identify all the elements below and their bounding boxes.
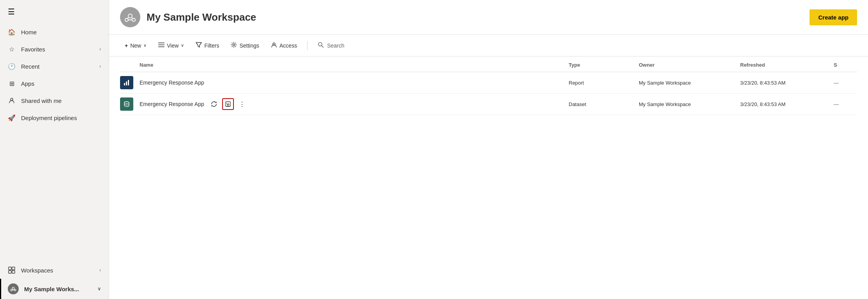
hamburger-menu[interactable]: ☰ bbox=[0, 0, 109, 23]
filters-button[interactable]: Filters bbox=[191, 39, 224, 52]
chevron-down-icon: ∨ bbox=[143, 43, 147, 48]
chevron-right-icon: › bbox=[99, 64, 101, 69]
svg-rect-1 bbox=[9, 267, 11, 270]
shared-icon bbox=[8, 97, 16, 104]
svg-line-16 bbox=[132, 18, 134, 19]
sidebar-item-workspaces[interactable]: Workspaces › bbox=[0, 262, 109, 279]
item-name-text: Emergency Response App bbox=[140, 80, 204, 86]
settings-icon bbox=[231, 42, 237, 49]
workspace-avatar bbox=[8, 283, 19, 294]
svg-rect-24 bbox=[124, 83, 125, 85]
sidebar-item-deployment-pipelines[interactable]: 🚀 Deployment pipelines bbox=[0, 109, 109, 126]
svg-point-20 bbox=[233, 44, 235, 46]
svg-rect-4 bbox=[12, 271, 15, 273]
svg-line-23 bbox=[322, 46, 324, 48]
main-content: My Sample Workspace Create app + New ∨ V… bbox=[109, 0, 868, 299]
row-name-cell: Emergency Response App bbox=[140, 98, 569, 110]
refresh-button[interactable] bbox=[208, 98, 220, 110]
sidebar-item-label: Shared with me bbox=[21, 97, 62, 104]
view-button[interactable]: View ∨ bbox=[154, 39, 189, 52]
sidebar: ☰ 🏠 Home ☆ Favorites › 🕐 Recent › ⊞ Apps bbox=[0, 0, 109, 299]
sidebar-item-home[interactable]: 🏠 Home bbox=[0, 23, 109, 41]
col-refreshed-header: Refreshed bbox=[740, 62, 834, 68]
row-icon-cell bbox=[120, 97, 140, 111]
svg-line-15 bbox=[127, 18, 129, 19]
hamburger-icon: ☰ bbox=[8, 7, 15, 16]
svg-point-5 bbox=[12, 287, 14, 290]
sidebar-item-label: Deployment pipelines bbox=[21, 115, 77, 121]
access-label: Access bbox=[279, 42, 297, 49]
svg-point-27 bbox=[124, 102, 129, 104]
sidebar-nav: 🏠 Home ☆ Favorites › 🕐 Recent › ⊞ Apps S… bbox=[0, 23, 109, 299]
rocket-icon: 🚀 bbox=[8, 114, 16, 122]
svg-rect-26 bbox=[128, 80, 129, 85]
svg-rect-2 bbox=[12, 267, 15, 270]
chevron-right-icon: › bbox=[99, 267, 101, 273]
new-label: New bbox=[130, 42, 141, 49]
workspace-title: My Sample Workspace bbox=[147, 11, 803, 23]
ellipsis-icon: ⋮ bbox=[239, 101, 245, 108]
access-button[interactable]: Access bbox=[266, 39, 302, 52]
row-s-cell: — bbox=[834, 80, 857, 86]
filters-label: Filters bbox=[204, 42, 219, 49]
row-refreshed-cell: 3/23/20, 8:43:53 AM bbox=[740, 101, 834, 107]
svg-point-0 bbox=[11, 98, 13, 101]
table-header: Name Type Owner Refreshed S bbox=[120, 57, 857, 72]
home-icon: 🏠 bbox=[8, 28, 16, 36]
analyze-button[interactable] bbox=[222, 98, 234, 110]
settings-button[interactable]: Settings bbox=[226, 39, 264, 52]
sidebar-item-label: Workspaces bbox=[21, 267, 53, 274]
item-name-text: Emergency Response App bbox=[140, 101, 204, 107]
row-owner-cell: My Sample Workspace bbox=[639, 101, 740, 107]
svg-rect-3 bbox=[9, 271, 11, 273]
row-refreshed-cell: 3/23/20, 8:43:53 AM bbox=[740, 80, 834, 86]
workspace-avatar-icon bbox=[120, 7, 140, 27]
col-s-header: S bbox=[834, 62, 857, 68]
view-label: View bbox=[167, 42, 179, 49]
row-name-cell: Emergency Response App bbox=[140, 80, 569, 86]
col-name-header: Name bbox=[140, 62, 569, 68]
table-row: Emergency Response App bbox=[120, 94, 857, 115]
sidebar-item-shared-with-me[interactable]: Shared with me bbox=[0, 92, 109, 109]
search-icon bbox=[318, 42, 324, 49]
row-owner-cell: My Sample Workspace bbox=[639, 80, 740, 86]
svg-line-9 bbox=[12, 289, 12, 290]
col-owner-header: Owner bbox=[639, 62, 740, 68]
svg-point-12 bbox=[125, 18, 128, 21]
svg-line-31 bbox=[228, 104, 229, 105]
row-type-cell: Report bbox=[569, 80, 639, 86]
more-options-button[interactable]: ⋮ bbox=[236, 98, 248, 110]
chevron-down-icon: ∨ bbox=[181, 43, 184, 48]
svg-rect-25 bbox=[126, 81, 127, 85]
row-actions: ⋮ bbox=[208, 98, 248, 110]
sidebar-item-my-sample-workspace[interactable]: My Sample Works... ∨ bbox=[0, 279, 109, 299]
star-icon: ☆ bbox=[8, 45, 16, 53]
workspace-header: My Sample Workspace Create app bbox=[109, 0, 868, 35]
apps-icon: ⊞ bbox=[8, 80, 16, 87]
filter-icon bbox=[196, 42, 202, 49]
dataset-icon bbox=[120, 97, 133, 111]
row-type-cell: Dataset bbox=[569, 101, 639, 107]
svg-line-10 bbox=[14, 289, 15, 290]
workspaces-icon bbox=[8, 266, 16, 274]
col-icon-header bbox=[120, 62, 140, 68]
report-icon bbox=[120, 76, 133, 89]
row-icon-cell bbox=[120, 76, 140, 89]
sidebar-item-label: My Sample Works... bbox=[24, 286, 79, 292]
sidebar-item-favorites[interactable]: ☆ Favorites › bbox=[0, 41, 109, 58]
create-app-button[interactable]: Create app bbox=[810, 9, 857, 25]
sidebar-item-recent[interactable]: 🕐 Recent › bbox=[0, 58, 109, 75]
search-area[interactable]: Search bbox=[313, 39, 349, 52]
sidebar-item-label: Favorites bbox=[21, 46, 45, 53]
sidebar-item-label: Apps bbox=[21, 80, 34, 87]
view-icon bbox=[158, 42, 164, 49]
content-table: Name Type Owner Refreshed S Emergency Re… bbox=[109, 57, 868, 299]
svg-point-11 bbox=[128, 14, 132, 18]
search-label: Search bbox=[327, 42, 344, 49]
clock-icon: 🕐 bbox=[8, 62, 16, 70]
sidebar-item-apps[interactable]: ⊞ Apps bbox=[0, 75, 109, 92]
svg-point-13 bbox=[132, 18, 135, 21]
toolbar: + New ∨ View ∨ Filters bbox=[109, 35, 868, 57]
new-button[interactable]: + New ∨ bbox=[120, 39, 151, 52]
settings-label: Settings bbox=[239, 42, 259, 49]
